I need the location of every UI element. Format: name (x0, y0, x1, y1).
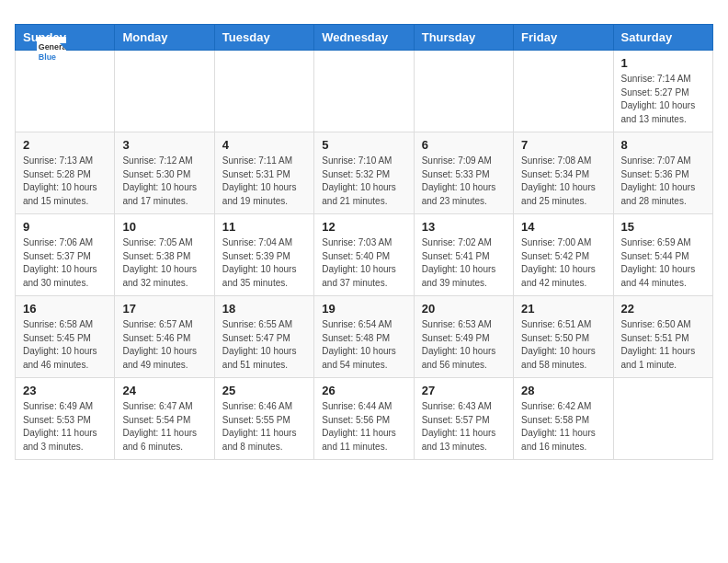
weekday-header-tuesday: Tuesday (214, 25, 313, 51)
day-info: Sunrise: 6:54 AM Sunset: 5:48 PM Dayligh… (322, 318, 405, 372)
day-info: Sunrise: 7:00 AM Sunset: 5:42 PM Dayligh… (521, 236, 605, 290)
weekday-header-saturday: Saturday (613, 25, 712, 51)
weekday-header-wednesday: Wednesday (314, 25, 414, 51)
day-info: Sunrise: 7:03 AM Sunset: 5:40 PM Dayligh… (322, 236, 405, 290)
day-number: 3 (122, 138, 206, 152)
day-info: Sunrise: 7:02 AM Sunset: 5:41 PM Dayligh… (422, 236, 506, 290)
calendar-cell: 24Sunrise: 6:47 AM Sunset: 5:54 PM Dayli… (115, 378, 214, 460)
day-number: 5 (322, 138, 405, 152)
calendar-cell: 9Sunrise: 7:06 AM Sunset: 5:37 PM Daylig… (16, 214, 115, 296)
calendar-cell: 1Sunrise: 7:14 AM Sunset: 5:27 PM Daylig… (613, 51, 712, 132)
day-info: Sunrise: 7:04 AM Sunset: 5:39 PM Dayligh… (222, 236, 306, 290)
day-info: Sunrise: 6:59 AM Sunset: 5:44 PM Dayligh… (621, 236, 705, 290)
day-number: 19 (322, 302, 405, 316)
day-number: 17 (122, 302, 206, 316)
day-info: Sunrise: 7:13 AM Sunset: 5:28 PM Dayligh… (23, 155, 107, 208)
weekday-header-friday: Friday (514, 25, 613, 51)
day-number: 11 (222, 220, 306, 234)
calendar-cell: 19Sunrise: 6:54 AM Sunset: 5:48 PM Dayli… (314, 296, 414, 378)
calendar-cell: 22Sunrise: 6:50 AM Sunset: 5:51 PM Dayli… (613, 296, 712, 378)
calendar-cell: 21Sunrise: 6:51 AM Sunset: 5:50 PM Dayli… (514, 296, 613, 378)
calendar-cell (115, 51, 214, 132)
calendar-weekday-headers: SundayMondayTuesdayWednesdayThursdayFrid… (16, 25, 713, 51)
calendar-cell: 3Sunrise: 7:12 AM Sunset: 5:30 PM Daylig… (115, 132, 214, 214)
calendar-cell: 11Sunrise: 7:04 AM Sunset: 5:39 PM Dayli… (214, 214, 313, 296)
day-info: Sunrise: 7:07 AM Sunset: 5:36 PM Dayligh… (621, 155, 705, 208)
calendar-cell: 8Sunrise: 7:07 AM Sunset: 5:36 PM Daylig… (613, 132, 712, 214)
calendar-cell: 25Sunrise: 6:46 AM Sunset: 5:55 PM Dayli… (214, 378, 313, 460)
logo: General Blue (37, 37, 70, 66)
day-number: 16 (23, 302, 107, 316)
calendar-week-4: 16Sunrise: 6:58 AM Sunset: 5:45 PM Dayli… (16, 296, 713, 378)
day-number: 15 (621, 220, 705, 234)
day-info: Sunrise: 7:09 AM Sunset: 5:33 PM Dayligh… (422, 155, 506, 208)
day-number: 23 (23, 384, 107, 397)
day-number: 13 (422, 220, 506, 234)
day-info: Sunrise: 6:49 AM Sunset: 5:53 PM Dayligh… (23, 400, 107, 454)
calendar-week-5: 23Sunrise: 6:49 AM Sunset: 5:53 PM Dayli… (16, 378, 713, 460)
day-info: Sunrise: 7:06 AM Sunset: 5:37 PM Dayligh… (23, 236, 107, 290)
calendar-cell (314, 51, 414, 132)
day-info: Sunrise: 6:50 AM Sunset: 5:51 PM Dayligh… (621, 318, 705, 372)
calendar-cell: 18Sunrise: 6:55 AM Sunset: 5:47 PM Dayli… (214, 296, 313, 378)
calendar-cell: 10Sunrise: 7:05 AM Sunset: 5:38 PM Dayli… (115, 214, 214, 296)
calendar-cell: 28Sunrise: 6:42 AM Sunset: 5:58 PM Dayli… (514, 378, 613, 460)
day-number: 21 (521, 302, 605, 316)
day-info: Sunrise: 6:42 AM Sunset: 5:58 PM Dayligh… (521, 400, 605, 454)
calendar-body: 1Sunrise: 7:14 AM Sunset: 5:27 PM Daylig… (16, 51, 713, 460)
day-number: 14 (521, 220, 605, 234)
day-number: 26 (322, 384, 405, 397)
day-number: 18 (222, 302, 306, 316)
day-number: 6 (422, 138, 506, 152)
calendar-week-1: 1Sunrise: 7:14 AM Sunset: 5:27 PM Daylig… (16, 51, 713, 132)
calendar-cell: 23Sunrise: 6:49 AM Sunset: 5:53 PM Dayli… (16, 378, 115, 460)
calendar-cell: 26Sunrise: 6:44 AM Sunset: 5:56 PM Dayli… (314, 378, 414, 460)
calendar-cell: 4Sunrise: 7:11 AM Sunset: 5:31 PM Daylig… (214, 132, 313, 214)
calendar-cell: 15Sunrise: 6:59 AM Sunset: 5:44 PM Dayli… (613, 214, 712, 296)
day-number: 10 (122, 220, 206, 234)
day-info: Sunrise: 7:10 AM Sunset: 5:32 PM Dayligh… (322, 155, 405, 208)
weekday-header-monday: Monday (115, 25, 214, 51)
day-info: Sunrise: 7:14 AM Sunset: 5:27 PM Dayligh… (621, 73, 705, 126)
day-number: 4 (222, 138, 306, 152)
day-info: Sunrise: 6:46 AM Sunset: 5:55 PM Dayligh… (222, 400, 306, 454)
day-info: Sunrise: 6:58 AM Sunset: 5:45 PM Dayligh… (23, 318, 107, 372)
day-number: 22 (621, 302, 705, 316)
day-number: 8 (621, 138, 705, 152)
calendar-week-3: 9Sunrise: 7:06 AM Sunset: 5:37 PM Daylig… (16, 214, 713, 296)
day-number: 24 (122, 384, 206, 397)
logo-icon: General Blue (37, 37, 66, 66)
calendar-cell: 6Sunrise: 7:09 AM Sunset: 5:33 PM Daylig… (414, 132, 513, 214)
calendar-header (15, 15, 713, 17)
calendar-cell (214, 51, 313, 132)
day-number: 7 (521, 138, 605, 152)
svg-text:Blue: Blue (39, 52, 56, 62)
calendar-cell (613, 378, 712, 460)
day-number: 28 (521, 384, 605, 397)
day-info: Sunrise: 6:44 AM Sunset: 5:56 PM Dayligh… (322, 400, 405, 454)
day-info: Sunrise: 6:57 AM Sunset: 5:46 PM Dayligh… (122, 318, 206, 372)
calendar-cell: 14Sunrise: 7:00 AM Sunset: 5:42 PM Dayli… (514, 214, 613, 296)
calendar-cell: 7Sunrise: 7:08 AM Sunset: 5:34 PM Daylig… (514, 132, 613, 214)
day-number: 12 (322, 220, 405, 234)
day-info: Sunrise: 7:11 AM Sunset: 5:31 PM Dayligh… (222, 155, 306, 208)
calendar-week-2: 2Sunrise: 7:13 AM Sunset: 5:28 PM Daylig… (16, 132, 713, 214)
day-info: Sunrise: 6:47 AM Sunset: 5:54 PM Dayligh… (122, 400, 206, 454)
calendar-cell: 20Sunrise: 6:53 AM Sunset: 5:49 PM Dayli… (414, 296, 513, 378)
day-number: 1 (621, 56, 705, 70)
calendar-cell: 17Sunrise: 6:57 AM Sunset: 5:46 PM Dayli… (115, 296, 214, 378)
calendar-cell: 27Sunrise: 6:43 AM Sunset: 5:57 PM Dayli… (414, 378, 513, 460)
calendar-cell: 2Sunrise: 7:13 AM Sunset: 5:28 PM Daylig… (16, 132, 115, 214)
day-info: Sunrise: 6:51 AM Sunset: 5:50 PM Dayligh… (521, 318, 605, 372)
calendar-table: SundayMondayTuesdayWednesdayThursdayFrid… (15, 24, 713, 460)
day-number: 9 (23, 220, 107, 234)
day-info: Sunrise: 7:05 AM Sunset: 5:38 PM Dayligh… (122, 236, 206, 290)
day-number: 25 (222, 384, 306, 397)
calendar-cell (514, 51, 613, 132)
calendar-cell: 12Sunrise: 7:03 AM Sunset: 5:40 PM Dayli… (314, 214, 414, 296)
day-number: 20 (422, 302, 506, 316)
calendar-cell: 13Sunrise: 7:02 AM Sunset: 5:41 PM Dayli… (414, 214, 513, 296)
day-info: Sunrise: 6:55 AM Sunset: 5:47 PM Dayligh… (222, 318, 306, 372)
calendar-cell: 5Sunrise: 7:10 AM Sunset: 5:32 PM Daylig… (314, 132, 414, 214)
day-number: 27 (422, 384, 506, 397)
